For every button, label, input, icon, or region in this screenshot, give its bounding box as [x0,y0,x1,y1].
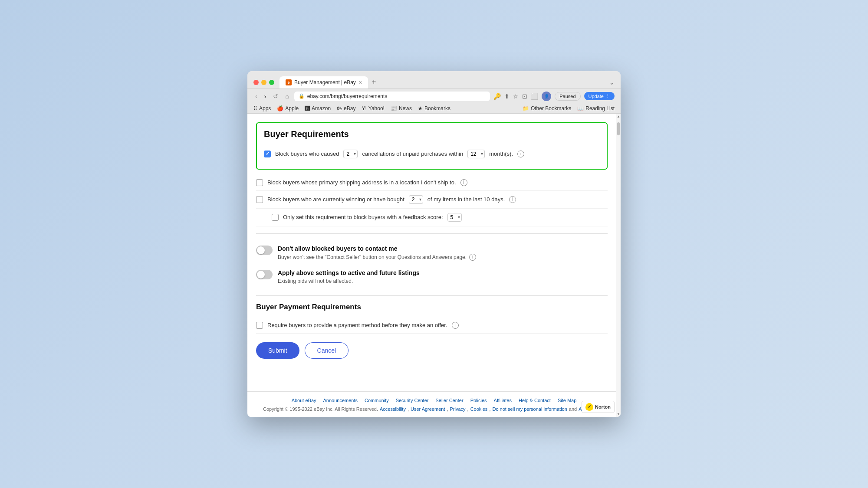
footer-link-affiliates[interactable]: Affiliates [494,398,512,403]
bookmark-yahoo[interactable]: Y! Yahoo! [362,105,385,111]
update-button[interactable]: Update ⋮ [584,92,615,100]
requirement-row-2: Block buyers whose primary shipping addr… [256,175,608,191]
row1-label-suffix: month(s). [489,151,513,157]
reading-mode-icon[interactable]: ⊡ [522,93,527,100]
minimize-button[interactable] [261,80,266,85]
row1-info-icon[interactable]: i [517,151,524,157]
norton-label: Norton [595,404,611,409]
home-button[interactable]: ⌂ [283,92,290,101]
key-icon[interactable]: 🔑 [493,93,501,100]
bookmark-reading-list[interactable]: 📖 Reading List [577,105,615,111]
tab-close-icon[interactable]: × [358,79,362,86]
lock-icon: 🔒 [299,93,305,99]
norton-shield-icon: ✓ [585,403,593,411]
active-tab[interactable]: e Buyer Management | eBay × [279,76,368,88]
row3-label-suffix: of my items in the last 10 days. [427,196,505,203]
footer-accessibility[interactable]: Accessibility [380,406,406,412]
checkbox-row2[interactable] [256,179,263,186]
row2-info-icon[interactable]: i [460,179,467,186]
new-tab-button[interactable]: + [368,78,380,87]
tab-title: Buyer Management | eBay [294,79,356,85]
bookmarks-apps[interactable]: ⠿ Apps [253,105,271,111]
bookmark-other[interactable]: 📁 Other Bookmarks [523,105,571,111]
row1-select2-wrapper: 12 [467,150,485,158]
bookmark-bookmarks[interactable]: ★ Bookmarks [418,105,450,111]
section-divider-2 [256,295,608,296]
toggle-apply-settings[interactable] [256,270,273,279]
checkbox-row3[interactable] [256,196,263,203]
close-button[interactable] [253,80,259,85]
row1-select1-wrapper: 2 [343,150,358,158]
footer-link-about[interactable]: About eBay [292,398,316,403]
row1-label-middle: cancellations of unpaid purchases within [362,151,463,157]
form-buttons: Submit Cancel [256,342,608,359]
back-button[interactable]: ‹ [253,92,259,101]
bookmark-news-label: News [399,105,412,111]
copyright-text: Copyright © 1995-2022 eBay Inc. All Righ… [263,406,378,412]
buyer-requirements-title: Buyer Requirements [264,129,600,139]
bookmark-ebay[interactable]: 🛍 eBay [337,105,355,111]
browser-window: e Buyer Management | eBay × + ⌄ ‹ › ↺ ⌂ … [247,71,621,417]
payment-info-icon[interactable]: i [452,322,459,329]
share-icon[interactable]: ⬆ [504,93,510,100]
folder-icon: 📁 [523,105,529,111]
footer-link-help[interactable]: Help & Contact [519,398,551,403]
amazon-icon: 🅰 [305,105,310,111]
footer-link-policies[interactable]: Policies [470,398,487,403]
submit-button[interactable]: Submit [256,342,299,359]
footer-link-seller[interactable]: Seller Center [435,398,463,403]
paused-label: Paused [559,94,575,99]
row3sub-select1[interactable]: 5 [447,213,462,222]
other-bookmarks-label: Other Bookmarks [531,105,571,111]
row3-info-icon[interactable]: i [509,196,516,203]
footer-link-security[interactable]: Security Center [396,398,429,403]
refresh-button[interactable]: ↺ [271,92,280,101]
scrollbar-thumb[interactable] [617,122,620,135]
row3-label-prefix: Block buyers who are currently winning o… [267,196,404,203]
footer-user-agreement[interactable]: User Agreement [411,406,445,412]
footer-cookies[interactable]: Cookies [470,406,488,412]
forward-button[interactable]: › [263,92,268,101]
bookmark-apple[interactable]: 🍎 Apple [277,105,299,111]
address-bar: ‹ › ↺ ⌂ 🔒 ebay.com/bmgt/buyerrequirement… [247,89,621,104]
paused-button[interactable]: Paused [555,92,580,101]
reading-list-icon: 📖 [577,105,584,111]
row1-select2[interactable]: 12 [467,150,485,158]
bookmark-news[interactable]: 📰 News [391,105,412,111]
profile-avatar[interactable]: 👤 [542,92,551,101]
bookmarks-star-icon: ★ [418,105,423,111]
checkbox-row1[interactable] [264,151,271,157]
footer-privacy[interactable]: Privacy [450,406,466,412]
row1-select1[interactable]: 2 [343,150,358,158]
scroll-up-icon[interactable]: ▲ [617,114,620,120]
toggle2-subtitle: Existing bids will not be affected. [278,278,608,284]
scroll-down-icon[interactable]: ▼ [617,411,620,417]
footer-link-announcements[interactable]: Announcements [323,398,358,403]
extension-icon[interactable]: ⬜ [531,93,538,100]
apps-label: Apps [259,105,271,111]
row3-select1[interactable]: 2 [409,195,423,204]
toggle-row-2: Apply above settings to active and futur… [256,265,608,288]
toggle2-content: Apply above settings to active and futur… [278,269,608,284]
row3sub-select1-wrapper: 5 [447,213,462,222]
footer-link-sitemap[interactable]: Site Map [558,398,576,403]
checkbox-row3sub[interactable] [272,214,279,221]
toggle1-info-icon[interactable]: i [469,254,476,261]
bookmark-star-icon[interactable]: ☆ [513,93,519,100]
checkbox-payment[interactable] [256,322,263,329]
tab-dropdown-icon[interactable]: ⌄ [609,79,615,86]
scrollbar-track[interactable]: ▲ ▼ [616,114,621,417]
maximize-button[interactable] [269,80,274,85]
page-footer: About eBay Announcements Community Secur… [247,391,621,417]
footer-link-community[interactable]: Community [365,398,389,403]
address-input-wrapper[interactable]: 🔒 ebay.com/bmgt/buyerrequirements [294,92,490,101]
footer-do-not-sell[interactable]: Do not sell my personal information [492,406,567,412]
cancel-button[interactable]: Cancel [305,342,349,359]
buyer-payment-title: Buyer Payment Requirements [256,303,608,311]
toggle1-content: Don't allow blocked buyers to contact me… [278,245,608,261]
toggle1-subtitle: Buyer won't see the "Contact Seller" but… [278,254,608,261]
footer-copyright: Copyright © 1995-2022 eBay Inc. All Righ… [256,406,612,412]
bookmark-amazon[interactable]: 🅰 Amazon [305,105,331,111]
requirement-row-1: Block buyers who caused 2 cancellations … [264,145,600,163]
toggle-contact-me[interactable] [256,246,273,255]
